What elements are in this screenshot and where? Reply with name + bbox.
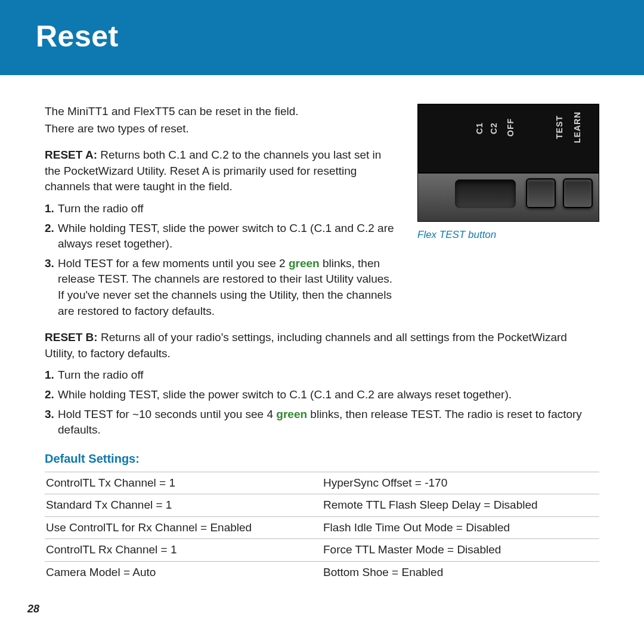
- reset-b-section: RESET B: Returns all of your radio's set…: [45, 330, 599, 438]
- device-label-c1: C1: [474, 122, 486, 134]
- step-number: 1.: [45, 367, 58, 383]
- device-photo: C1 C2 OFF TEST LEARN: [417, 104, 599, 222]
- table-row: Use ControlTL for Rx Channel = EnabledFl…: [45, 516, 599, 539]
- step-item: 3.Hold TEST for a few moments until you …: [45, 256, 400, 319]
- table-row: Camera Model = AutoBottom Shoe = Enabled: [45, 562, 599, 584]
- step-text: Turn the radio off: [58, 201, 144, 217]
- reset-b-desc-text: Returns all of your radio's settings, in…: [45, 331, 567, 360]
- table-cell: Standard Tx Channel = 1: [45, 494, 322, 517]
- step-number: 3.: [45, 256, 58, 319]
- step-item: 2.While holding TEST, slide the power sw…: [45, 387, 599, 403]
- step-item: 2.While holding TEST, slide the power sw…: [45, 221, 400, 252]
- device-label-off: OFF: [505, 118, 517, 137]
- table-cell: Bottom Shoe = Enabled: [322, 562, 599, 584]
- default-settings-body: ControlTL Tx Channel = 1HyperSync Offset…: [45, 472, 599, 583]
- reset-b-label: RESET B:: [45, 331, 98, 343]
- default-settings-table: ControlTL Tx Channel = 1HyperSync Offset…: [45, 472, 599, 584]
- page-content: C1 C2 OFF TEST LEARN Flex TEST button Th…: [0, 75, 644, 584]
- green-highlight: green: [289, 257, 320, 270]
- device-learn-button: [563, 178, 593, 208]
- step-number: 1.: [45, 201, 58, 217]
- reset-b-steps: 1.Turn the radio off2.While holding TEST…: [45, 367, 599, 438]
- step-number: 2.: [45, 221, 58, 252]
- table-cell: Remote TTL Flash Sleep Delay = Disabled: [322, 494, 599, 517]
- step-item: 3.Hold TEST for ~10 seconds until you se…: [45, 407, 599, 438]
- table-cell: Flash Idle Time Out Mode = Disabled: [322, 516, 599, 539]
- step-text: Turn the radio off: [58, 367, 144, 383]
- device-switch-slot: [455, 179, 516, 208]
- table-cell: Force TTL Master Mode = Disabled: [322, 539, 599, 562]
- page-header: Reset: [0, 0, 644, 75]
- green-highlight: green: [276, 408, 307, 420]
- page-number: 28: [27, 602, 39, 617]
- table-cell: ControlTL Rx Channel = 1: [45, 539, 322, 562]
- step-number: 3.: [45, 407, 58, 438]
- table-cell: ControlTL Tx Channel = 1: [45, 472, 322, 494]
- step-text: Hold TEST for ~10 seconds until you see …: [58, 407, 599, 438]
- figure-caption: Flex TEST button: [417, 222, 599, 242]
- device-figure: C1 C2 OFF TEST LEARN Flex TEST button: [417, 104, 599, 242]
- step-text: While holding TEST, slide the power swit…: [58, 221, 400, 252]
- device-test-button: [526, 178, 556, 208]
- table-row: ControlTL Tx Channel = 1HyperSync Offset…: [45, 472, 599, 494]
- step-item: 1.Turn the radio off: [45, 201, 400, 217]
- table-cell: HyperSync Offset = -170: [322, 472, 599, 494]
- device-label-c2: C2: [488, 122, 500, 134]
- device-label-learn: LEARN: [572, 112, 584, 143]
- table-cell: Camera Model = Auto: [45, 562, 322, 584]
- table-row: ControlTL Rx Channel = 1Force TTL Master…: [45, 539, 599, 562]
- device-label-test: TEST: [554, 115, 566, 139]
- reset-a-label: RESET A:: [45, 148, 97, 161]
- step-number: 2.: [45, 387, 58, 403]
- step-text: Hold TEST for a few moments until you se…: [58, 256, 400, 319]
- default-settings-title: Default Settings:: [45, 450, 599, 467]
- step-item: 1.Turn the radio off: [45, 367, 599, 383]
- table-row: Standard Tx Channel = 1Remote TTL Flash …: [45, 494, 599, 517]
- reset-b-description: RESET B: Returns all of your radio's set…: [45, 330, 599, 361]
- table-cell: Use ControlTL for Rx Channel = Enabled: [45, 516, 322, 539]
- step-text: While holding TEST, slide the power swit…: [58, 387, 512, 403]
- page-title: Reset: [36, 16, 620, 57]
